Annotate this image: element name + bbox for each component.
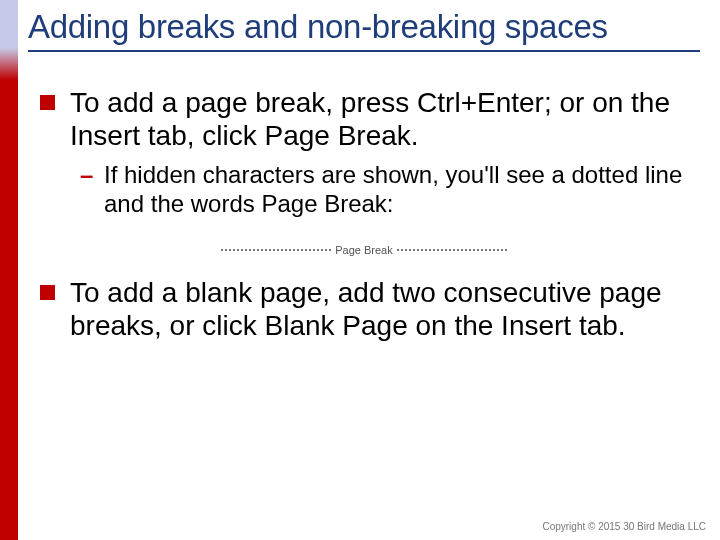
page-break-label: Page Break [335,244,392,256]
bullet-list: To add a page break, press Ctrl+Enter; o… [28,86,700,219]
bullet-text: If hidden characters are shown, you'll s… [104,161,682,217]
slide-title: Adding breaks and non-breaking spaces [28,8,700,52]
list-item: If hidden characters are shown, you'll s… [80,160,700,219]
page-break-illustration: Page Break [28,237,700,256]
bullet-text: To add a blank page, add two consecutive… [70,277,662,341]
list-item: To add a page break, press Ctrl+Enter; o… [40,86,700,219]
bullet-text: To add a page break, press Ctrl+Enter; o… [70,87,670,151]
slide-body: Adding breaks and non-breaking spaces To… [18,0,720,540]
bullet-list: To add a blank page, add two consecutive… [28,276,700,342]
copyright-text: Copyright © 2015 30 Bird Media LLC [542,521,706,532]
sub-list: If hidden characters are shown, you'll s… [70,160,700,219]
dotted-line-icon [221,249,331,251]
accent-bar [0,0,18,540]
dotted-line-icon [397,249,507,251]
list-item: To add a blank page, add two consecutive… [40,276,700,342]
